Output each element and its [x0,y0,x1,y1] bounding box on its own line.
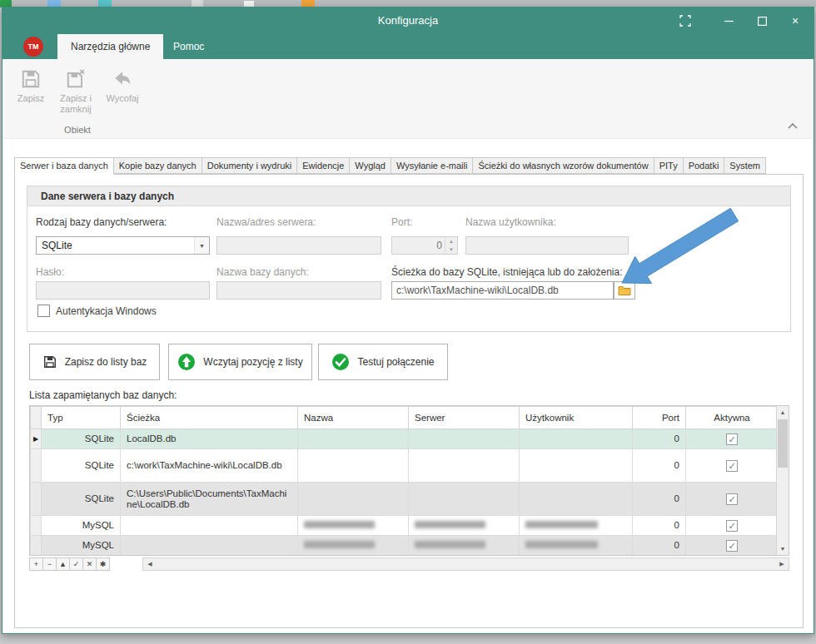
active-checkbox[interactable]: ✓ [726,493,738,505]
settings-tab-2[interactable]: Dokumenty i wydruki [202,157,297,174]
settings-tab-6[interactable]: Ścieżki do własnych wzorów dokumentów [473,157,654,174]
post-record-button[interactable]: ✓ [69,557,83,571]
password-input[interactable] [36,281,210,300]
cell-port-4[interactable]: 0 [633,536,686,556]
active-checkbox[interactable]: ✓ [726,540,738,552]
db-row-2[interactable]: SQLiteC:\Users\Public\Documents\TaxMachi… [31,483,779,516]
cell-nazwa-0[interactable] [298,429,409,449]
cell-serwer-1[interactable] [409,449,520,483]
insert-record-button[interactable]: + [29,557,43,571]
scrollbar-thumb[interactable] [778,419,788,468]
cell-nazwa-2[interactable] [298,483,409,516]
db-name-input[interactable] [216,281,381,300]
cell-typ-1[interactable]: SQLite [42,449,121,483]
cell-sciezka-3[interactable] [121,516,298,536]
browse-folder-button[interactable] [614,281,635,300]
ribbon-tab-help[interactable]: Pomoc [160,34,217,59]
db-row-4[interactable]: MySQL0✓ [31,536,779,556]
spin-down-icon[interactable]: ▼ [445,245,457,254]
scroll-right-icon[interactable]: ▶ [775,561,789,567]
save-and-close-button[interactable]: Zapisz i zamknij [54,64,97,122]
db-row-1[interactable]: SQLitec:\work\TaxMachine-wiki\LocalDB.db… [31,449,779,483]
cell-port-1[interactable]: 0 [633,449,686,483]
settings-tab-1[interactable]: Kopie bazy danych [114,157,202,174]
load-from-list-button[interactable]: Wczytaj pozycję z listy [168,344,312,380]
windows-auth-checkbox[interactable] [37,305,50,317]
grid-column-header-nazwa[interactable]: Nazwa [298,407,409,429]
save-to-list-button[interactable]: Zapisz do listy baz [29,344,160,380]
grid-column-header-aktywna[interactable]: Aktywna [686,407,779,429]
cell-nazwa-1[interactable] [298,449,409,483]
settings-tab-8[interactable]: Podatki [684,157,725,174]
cell-serwer-2[interactable] [409,483,520,516]
delete-record-button[interactable]: − [42,557,57,571]
cell-typ-0[interactable]: SQLite [42,429,121,449]
cell-uzytkownik-2[interactable] [520,483,633,516]
cell-uzytkownik-3[interactable] [520,516,633,536]
cancel-record-button[interactable]: ✕ [82,557,97,571]
grid-vertical-scrollbar[interactable]: ▲ ▼ [776,406,789,555]
windows-auth-checkbox-row[interactable]: Autentykacja Windows [37,305,157,317]
db-row-0[interactable]: ▶SQLiteLocalDB.db0✓ [31,429,779,449]
cell-sciezka-2[interactable]: C:\Users\Public\Documents\TaxMachine\Loc… [121,483,298,516]
save-button[interactable]: Zapisz [9,64,52,122]
grid-column-header-serwer[interactable]: Serwer [409,407,520,429]
fit-screen-icon[interactable] [669,7,702,34]
cell-typ-2[interactable]: SQLite [42,483,121,516]
user-input[interactable] [465,236,629,255]
cell-sciezka-0[interactable]: LocalDB.db [121,429,298,449]
refresh-records-button[interactable]: ✱ [96,557,110,571]
undo-button[interactable]: Wycofaj [101,64,144,122]
cell-typ-3[interactable]: MySQL [42,516,121,536]
scroll-down-icon[interactable]: ▼ [777,542,789,555]
grid-column-header-sciezka[interactable]: Ścieżka [121,407,298,429]
cell-aktywna-1[interactable]: ✓ [686,449,779,483]
cell-serwer-4[interactable] [409,536,520,556]
settings-tab-4[interactable]: Wygląd [350,157,391,174]
chevron-down-icon[interactable]: ▼ [194,237,209,254]
maximize-button[interactable] [745,7,779,34]
ribbon-tab-home[interactable]: Narzędzia główne [57,34,163,59]
edit-record-button[interactable]: ▲ [56,557,70,571]
active-checkbox[interactable]: ✓ [726,460,738,472]
settings-tab-5[interactable]: Wysyłanie e-maili [391,157,473,174]
settings-tab-9[interactable]: System [724,157,766,174]
cell-uzytkownik-0[interactable] [520,429,633,449]
server-input[interactable] [216,236,381,255]
collapse-ribbon-button[interactable] [787,121,800,131]
test-connection-button[interactable]: Testuj połączenie [318,344,448,380]
cell-sciezka-1[interactable]: c:\work\TaxMachine-wiki\LocalDB.db [121,449,298,483]
spin-up-icon[interactable]: ▲ [445,237,457,245]
db-type-select[interactable]: SQLite ▼ [36,236,210,255]
app-logo-button[interactable]: TM [23,37,43,57]
minimize-button[interactable] [712,7,745,34]
cell-sciezka-4[interactable] [121,536,298,556]
active-checkbox[interactable]: ✓ [726,433,738,445]
cell-aktywna-3[interactable]: ✓ [686,516,779,536]
db-row-3[interactable]: MySQL0✓ [31,516,779,536]
sqlite-path-input[interactable] [391,281,614,300]
grid-column-header-port[interactable]: Port [633,407,686,429]
cell-aktywna-0[interactable]: ✓ [686,429,779,449]
cell-aktywna-4[interactable]: ✓ [686,536,779,556]
grid-column-header-uzytkownik[interactable]: Użytkownik [520,407,633,429]
settings-tab-3[interactable]: Ewidencje [297,157,350,174]
active-checkbox[interactable]: ✓ [726,520,738,532]
cell-serwer-0[interactable] [409,429,520,449]
settings-tab-7[interactable]: PITy [654,157,684,174]
cell-port-2[interactable]: 0 [633,483,686,516]
cell-nazwa-4[interactable] [298,536,409,556]
cell-port-0[interactable]: 0 [633,429,686,449]
grid-column-header-typ[interactable]: Typ [42,407,121,429]
cell-uzytkownik-1[interactable] [520,449,633,483]
settings-tab-0[interactable]: Serwer i baza danych [14,157,114,175]
scroll-left-icon[interactable]: ◀ [143,561,157,567]
cell-port-3[interactable]: 0 [633,516,686,536]
close-button[interactable]: × [779,7,812,34]
grid-horizontal-scrollbar[interactable]: ◀ ▶ [142,557,789,571]
cell-nazwa-3[interactable] [298,516,409,536]
port-stepper[interactable]: 0 ▲▼ [391,236,458,255]
cell-serwer-3[interactable] [409,516,520,536]
cell-aktywna-2[interactable]: ✓ [686,483,779,516]
cell-uzytkownik-4[interactable] [520,536,633,556]
